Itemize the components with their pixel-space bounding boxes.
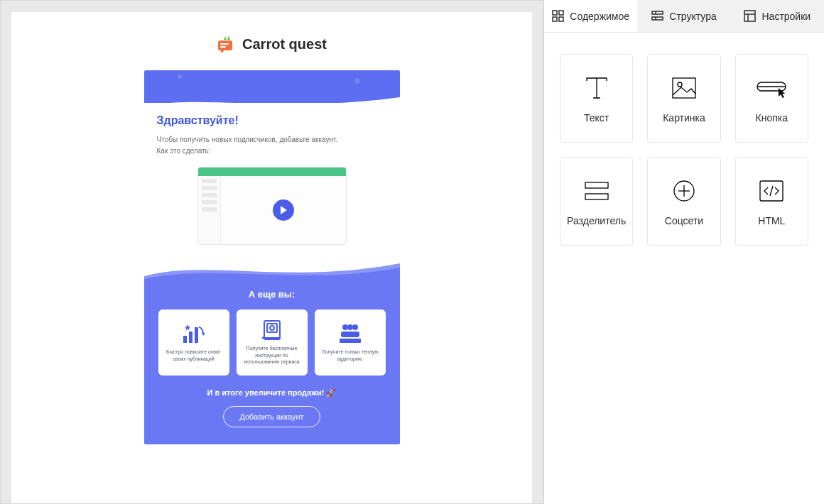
block-image[interactable]: Картинка bbox=[647, 54, 720, 143]
brand-logo-icon bbox=[217, 35, 235, 53]
content-section-bottom: А еще вы: bbox=[144, 282, 400, 444]
content-blocks-grid: Текст Картинка Кнопка bbox=[544, 33, 824, 267]
svg-point-3 bbox=[178, 75, 182, 79]
svg-rect-5 bbox=[183, 336, 187, 343]
feature-text: Быстро повысите охват своих публикаций bbox=[163, 349, 225, 362]
block-label: Кнопка bbox=[756, 112, 788, 124]
image-icon bbox=[668, 74, 700, 102]
tagline: И в итоге увеличите продажи! 🚀 bbox=[157, 388, 387, 398]
tab-settings[interactable]: Настройки bbox=[731, 0, 824, 32]
tab-label: Структура bbox=[669, 11, 716, 22]
block-label: HTML bbox=[758, 215, 785, 226]
tab-structure[interactable]: Структура bbox=[637, 0, 730, 32]
body-line-2: Как это сделать: bbox=[157, 146, 387, 157]
svg-rect-34 bbox=[585, 194, 608, 199]
svg-rect-26 bbox=[744, 11, 755, 21]
brand: Carrot quest bbox=[217, 12, 327, 70]
body-line-1: Чтобы получить новых подписчиков, добавь… bbox=[157, 134, 387, 146]
svg-rect-1 bbox=[220, 43, 229, 45]
svg-point-30 bbox=[678, 82, 682, 87]
svg-rect-29 bbox=[673, 78, 695, 98]
brand-name: Carrot quest bbox=[242, 36, 327, 53]
also-heading: А еще вы: bbox=[157, 289, 387, 300]
audience-icon bbox=[338, 323, 362, 344]
document-icon bbox=[260, 319, 284, 341]
video-preview[interactable] bbox=[197, 167, 347, 245]
svg-point-4 bbox=[354, 78, 360, 84]
layout-icon bbox=[744, 10, 756, 22]
cta-button[interactable]: Добавить аккаунт bbox=[223, 406, 320, 427]
email-template[interactable]: Здравствуйте! Чтобы получить новых подпи… bbox=[144, 70, 400, 444]
svg-rect-20 bbox=[553, 17, 557, 21]
email-page: Carrot quest Здравствуйте! Чтобы получит… bbox=[11, 12, 532, 503]
svg-rect-6 bbox=[189, 332, 193, 343]
divider-icon bbox=[581, 177, 612, 205]
svg-rect-22 bbox=[652, 11, 663, 14]
play-icon[interactable] bbox=[273, 199, 294, 221]
block-label: Текст bbox=[584, 112, 609, 124]
svg-marker-9 bbox=[184, 324, 190, 331]
feature-card: Быстро повысите охват своих публикаций bbox=[158, 309, 229, 376]
feature-card: Получите бесплатные инструкции по исполь… bbox=[237, 309, 308, 376]
tab-content[interactable]: Содержимое bbox=[544, 0, 637, 32]
block-text[interactable]: Текст bbox=[560, 54, 633, 143]
svg-rect-23 bbox=[652, 17, 663, 20]
svg-rect-17 bbox=[340, 339, 361, 343]
svg-rect-18 bbox=[553, 11, 557, 15]
block-divider[interactable]: Разделитель bbox=[560, 157, 633, 246]
feature-text: Получите бесплатные инструкции по исполь… bbox=[241, 345, 303, 365]
feature-text: Получите только теплую аудиторию bbox=[319, 349, 381, 362]
svg-point-14 bbox=[347, 324, 353, 330]
tab-label: Настройки bbox=[761, 11, 811, 22]
block-social[interactable]: Соцсети bbox=[647, 157, 720, 246]
svg-point-13 bbox=[342, 324, 348, 330]
button-icon bbox=[756, 74, 787, 102]
tab-label: Содержимое bbox=[570, 11, 629, 22]
svg-rect-2 bbox=[220, 46, 226, 48]
block-html[interactable]: HTML bbox=[735, 157, 808, 246]
content-section-top: Здравствуйте! Чтобы получить новых подпи… bbox=[144, 103, 400, 256]
feature-cards: Быстро повысите охват своих публикаций П… bbox=[157, 309, 387, 376]
text-icon bbox=[581, 74, 612, 102]
svg-rect-19 bbox=[559, 11, 563, 15]
svg-rect-0 bbox=[218, 40, 232, 50]
svg-rect-33 bbox=[585, 182, 608, 188]
block-button[interactable]: Кнопка bbox=[735, 54, 808, 143]
sidebar: Содержимое Структура Настройки Текст bbox=[543, 0, 824, 504]
svg-rect-16 bbox=[341, 332, 359, 337]
grid-icon bbox=[552, 10, 564, 22]
chart-growth-icon bbox=[182, 323, 206, 344]
block-label: Разделитель bbox=[567, 215, 626, 226]
feature-card: Получите только теплую аудиторию bbox=[315, 309, 386, 376]
rows-icon bbox=[651, 10, 663, 22]
block-label: Соцсети bbox=[665, 215, 703, 226]
svg-point-15 bbox=[352, 324, 358, 330]
sidebar-tabs: Содержимое Структура Настройки bbox=[544, 0, 824, 33]
block-label: Картинка bbox=[663, 112, 705, 124]
svg-rect-21 bbox=[559, 17, 563, 21]
code-icon bbox=[756, 177, 787, 205]
social-plus-icon bbox=[668, 177, 700, 205]
svg-rect-7 bbox=[195, 327, 198, 343]
canvas-area: Carrot quest Здравствуйте! Чтобы получит… bbox=[0, 0, 543, 504]
greeting-heading: Здравствуйте! bbox=[157, 114, 387, 127]
